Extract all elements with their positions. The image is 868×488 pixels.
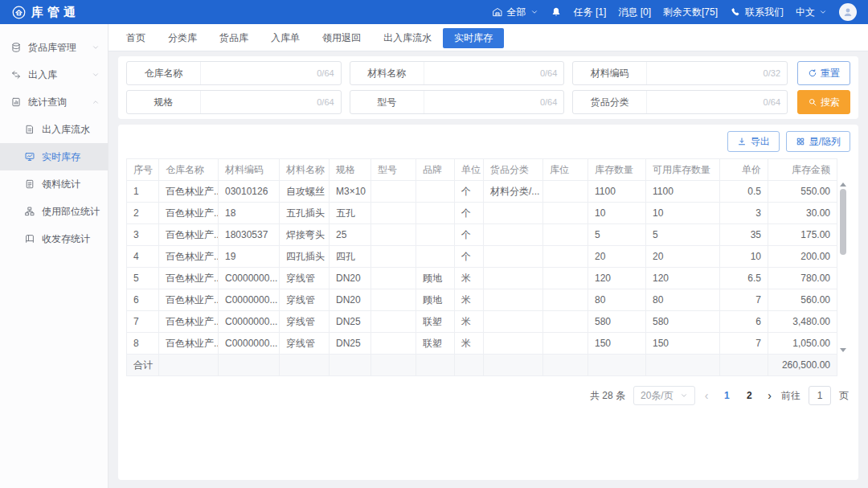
cell bbox=[543, 181, 588, 203]
chevron-down-icon bbox=[530, 8, 538, 16]
avatar[interactable] bbox=[839, 3, 857, 21]
tab-货品库[interactable]: 货品库 bbox=[208, 28, 260, 48]
prev-page-button[interactable]: ‹ bbox=[703, 390, 710, 401]
col-header-库存数量: 库存数量 bbox=[588, 159, 646, 181]
table-row[interactable]: 2百色林业产...18五孔插头五孔个1010330.00 bbox=[127, 203, 837, 224]
规格-input[interactable] bbox=[201, 96, 317, 108]
page-unit-label: 页 bbox=[839, 389, 849, 403]
table-row[interactable]: 7百色林业产...C0000000...穿线管DN25联塑米58058063,4… bbox=[127, 311, 837, 333]
table-row[interactable]: 8百色林业产...C0000000...穿线管DN25联塑米15015071,0… bbox=[127, 333, 837, 355]
cell: 6 bbox=[720, 311, 768, 333]
仓库名称-input[interactable] bbox=[201, 68, 317, 79]
sidebar-item-label: 货品库管理 bbox=[28, 41, 76, 55]
table-row[interactable]: 1百色林业产...03010126自攻螺丝M3×10个材料分类/...11001… bbox=[127, 181, 837, 203]
sidebar-subitem-领料统计[interactable]: 领料统计 bbox=[0, 170, 108, 198]
scrollbar-thumb[interactable] bbox=[840, 189, 846, 255]
page-size-select[interactable]: 20条/页 bbox=[633, 386, 695, 405]
warehouse-scope-select[interactable]: 全部 bbox=[492, 6, 538, 19]
tab-分类库[interactable]: 分类库 bbox=[157, 28, 208, 48]
col-header-规格: 规格 bbox=[330, 159, 371, 181]
notifications-bell[interactable] bbox=[551, 6, 562, 18]
cell bbox=[543, 311, 588, 333]
tab-出入库流水[interactable]: 出入库流水 bbox=[372, 28, 443, 48]
main-area: 首页分类库货品库入库单领用退回出入库流水实时库存 仓库名称0/64材料名称0/6… bbox=[108, 24, 868, 488]
cell bbox=[416, 246, 455, 268]
goto-label: 前往 bbox=[781, 389, 800, 403]
cell: 7 bbox=[720, 289, 768, 311]
table-row[interactable]: 4百色林业产...19四孔插头四孔个202010200.00 bbox=[127, 246, 837, 268]
table-row[interactable]: 5百色林业产...C0000000...穿线管DN20顾地米1201206.57… bbox=[127, 268, 837, 289]
tab-首页[interactable]: 首页 bbox=[115, 28, 157, 48]
list-doc-icon bbox=[24, 178, 35, 190]
messages-link[interactable]: 消息 [0] bbox=[618, 6, 651, 19]
days-left-label: 剩余天数[75] bbox=[663, 6, 718, 19]
cell: C0000000... bbox=[219, 311, 280, 333]
型号-input[interactable] bbox=[424, 96, 540, 108]
download-icon bbox=[737, 137, 747, 146]
cell: M3×10 bbox=[330, 181, 371, 203]
page-2[interactable]: 2 bbox=[740, 390, 758, 401]
export-button[interactable]: 导出 bbox=[727, 131, 780, 152]
search-row-2: 规格0/64型号0/64货品分类0/64 搜索 bbox=[126, 90, 850, 114]
sidebar-subitem-label: 使用部位统计 bbox=[42, 205, 100, 219]
language-select[interactable]: 中文 bbox=[796, 6, 827, 19]
table-row[interactable]: 6百色林业产...C0000000...穿线管DN20顾地米80807560.0… bbox=[127, 289, 837, 311]
warehouse-icon bbox=[492, 6, 503, 18]
search-field-材料名称: 材料名称0/64 bbox=[350, 61, 565, 85]
cell bbox=[484, 224, 543, 246]
cell: 19 bbox=[219, 246, 280, 268]
tab-领用退回[interactable]: 领用退回 bbox=[311, 28, 372, 48]
cell bbox=[371, 246, 416, 268]
材料编码-input[interactable] bbox=[647, 68, 763, 79]
cell: C0000000... bbox=[219, 268, 280, 289]
search-button[interactable]: 搜索 bbox=[797, 90, 850, 114]
field-label: 规格 bbox=[127, 91, 201, 113]
table-row[interactable]: 3百色林业产...18030537焊接弯头25个5535175.00 bbox=[127, 224, 837, 246]
char-counter: 0/64 bbox=[317, 97, 340, 107]
cell: 焊接弯头 bbox=[280, 224, 330, 246]
cell bbox=[371, 181, 416, 203]
sidebar-subitem-实时库存[interactable]: 实时库存 bbox=[0, 143, 108, 170]
cell bbox=[543, 268, 588, 289]
contact-us-link[interactable]: 联系我们 bbox=[730, 6, 784, 19]
cell: 百色林业产... bbox=[159, 268, 219, 289]
col-header-库位: 库位 bbox=[543, 159, 588, 181]
cell: 550.00 bbox=[768, 181, 837, 203]
reset-button[interactable]: 重置 bbox=[797, 61, 850, 85]
cell: 10 bbox=[646, 203, 720, 224]
scroll-down-icon[interactable] bbox=[840, 348, 846, 352]
page-1[interactable]: 1 bbox=[718, 390, 735, 401]
货品分类-input[interactable] bbox=[647, 96, 763, 108]
cell: 175.00 bbox=[768, 224, 837, 246]
next-page-button[interactable]: › bbox=[766, 390, 773, 401]
sidebar-item-货品库管理[interactable]: 货品库管理 bbox=[0, 34, 108, 61]
sidebar-item-统计查询[interactable]: 统计查询 bbox=[0, 88, 108, 116]
sidebar-subitem-使用部位统计[interactable]: 使用部位统计 bbox=[0, 198, 108, 225]
sidebar: 货品库管理出入库统计查询出入库流水实时库存领料统计使用部位统计收发存统计 bbox=[0, 24, 108, 488]
tab-实时库存[interactable]: 实时库存 bbox=[443, 28, 504, 48]
app-root: 库管通 全部 任务 [1] 消息 [0] 剩余天数[75] 联系我们 中文 bbox=[0, 0, 868, 488]
cell: 3 bbox=[720, 203, 768, 224]
sidebar-item-出入库[interactable]: 出入库 bbox=[0, 61, 108, 88]
cell: DN25 bbox=[330, 311, 371, 333]
show-hide-columns-button[interactable]: 显/隐列 bbox=[786, 131, 850, 152]
材料名称-input[interactable] bbox=[424, 68, 540, 79]
tasks-link[interactable]: 任务 [1] bbox=[574, 6, 607, 19]
cell bbox=[416, 355, 455, 376]
table-scrollbar[interactable] bbox=[838, 181, 848, 354]
tab-入库单[interactable]: 入库单 bbox=[260, 28, 311, 48]
cell: 1,050.00 bbox=[768, 333, 837, 355]
goto-page-input[interactable] bbox=[809, 386, 831, 405]
sidebar-subitem-收发存统计[interactable]: 收发存统计 bbox=[0, 225, 108, 252]
cell bbox=[543, 246, 588, 268]
cell bbox=[330, 355, 371, 376]
cell: 五孔插头 bbox=[280, 203, 330, 224]
tab-bar: 首页分类库货品库入库单领用退回出入库流水实时库存 bbox=[108, 24, 868, 51]
scroll-up-icon[interactable] bbox=[840, 182, 846, 187]
col-header-序号: 序号 bbox=[127, 159, 159, 181]
sidebar-subitem-label: 收发存统计 bbox=[42, 232, 90, 246]
cell bbox=[543, 333, 588, 355]
sidebar-subitem-出入库流水[interactable]: 出入库流水 bbox=[0, 116, 108, 143]
cell: 25 bbox=[330, 224, 371, 246]
cell: 百色林业产... bbox=[159, 224, 219, 246]
